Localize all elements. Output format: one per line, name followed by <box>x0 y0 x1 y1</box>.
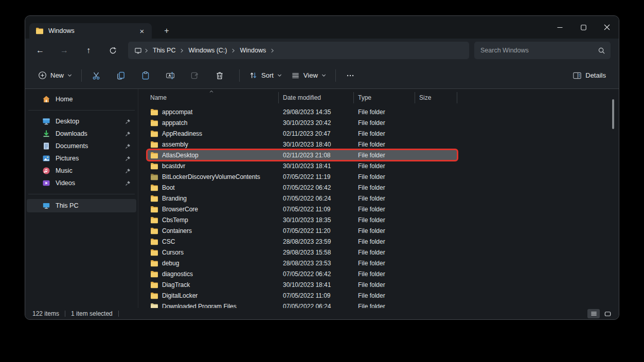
folder-icon <box>150 184 158 191</box>
new-tab-button[interactable]: + <box>160 25 173 37</box>
table-row-branding[interactable]: Branding07/05/2022 06:24File folder <box>147 193 457 204</box>
table-row-appcompat[interactable]: appcompat29/08/2023 14:35File folder <box>147 106 457 117</box>
file-type: File folder <box>354 141 415 148</box>
breadcrumb[interactable]: This PCWindows (C:)Windows <box>128 42 469 59</box>
file-type: File folder <box>354 195 415 202</box>
command-bar: New Sort View Details <box>25 62 619 89</box>
folder-icon <box>150 281 158 288</box>
table-row-bcastdvr[interactable]: bcastdvr30/10/2023 18:41File folder <box>147 160 457 171</box>
table-row-apppatch[interactable]: apppatch30/10/2023 20:42File folder <box>147 117 457 128</box>
table-row-atlasdesktop[interactable]: AtlasDesktop02/11/2023 21:08File folder <box>147 150 457 160</box>
downloads-icon <box>42 130 50 138</box>
file-name: apppatch <box>162 119 187 126</box>
sidebar-item-videos[interactable]: Videos <box>27 177 136 189</box>
more-options-button[interactable] <box>341 67 360 84</box>
column-header-date-modified[interactable]: Date modified <box>279 92 354 103</box>
table-row-diagtrack[interactable]: DiagTrack30/10/2023 18:41File folder <box>147 279 457 290</box>
item-count: 122 items <box>32 310 59 317</box>
sidebar-item-home[interactable]: Home <box>27 93 136 105</box>
sidebar-divider <box>28 194 135 194</box>
folder-icon <box>150 152 158 159</box>
details-pane-button[interactable]: Details <box>568 67 611 84</box>
paste-button[interactable] <box>136 67 155 84</box>
thumbnail-view-toggle[interactable] <box>601 309 614 318</box>
view-button[interactable]: View <box>287 67 331 84</box>
table-row-assembly[interactable]: assembly30/10/2023 18:40File folder <box>147 139 457 150</box>
pin-icon <box>124 168 131 174</box>
rename-button[interactable] <box>160 67 180 84</box>
minimize-button[interactable] <box>548 16 571 39</box>
table-row-boot[interactable]: Boot07/05/2022 06:42File folder <box>147 182 457 193</box>
file-type: File folder <box>354 206 415 213</box>
back-button[interactable]: ← <box>31 42 49 59</box>
sidebar-item-downloads[interactable]: Downloads <box>27 128 136 140</box>
sidebar-item-music[interactable]: Music <box>27 165 136 177</box>
maximize-button[interactable] <box>571 16 595 39</box>
details-view-toggle[interactable] <box>587 309 600 318</box>
new-button[interactable]: New <box>33 67 77 84</box>
folder-icon <box>150 260 158 267</box>
breadcrumb-item-windows-c-[interactable]: Windows (C:) <box>184 47 231 54</box>
tab-title: Windows <box>48 27 136 34</box>
chevron-right-icon <box>231 48 236 53</box>
table-row-bitlockerdiscoveryvolumecontents[interactable]: BitLockerDiscoveryVolumeContents07/05/20… <box>147 171 457 182</box>
search-icon[interactable] <box>598 47 605 55</box>
paste-icon <box>141 71 150 80</box>
date-modified: 07/05/2022 11:19 <box>279 173 354 180</box>
search-input[interactable] <box>480 47 598 54</box>
breadcrumb-item-windows[interactable]: Windows <box>236 47 270 54</box>
forward-button[interactable]: → <box>56 42 73 59</box>
close-button[interactable] <box>595 16 619 39</box>
table-row-cbstemp[interactable]: CbsTemp30/10/2023 18:35File folder <box>147 214 457 225</box>
table-row-appreadiness[interactable]: AppReadiness02/11/2023 20:47File folder <box>147 128 457 139</box>
sidebar: Home DesktopDownloadsDocumentsPicturesMu… <box>25 89 138 308</box>
status-bar: 122 items 1 item selected <box>25 308 619 319</box>
folder-icon <box>150 108 158 116</box>
up-button[interactable]: ↑ <box>80 42 97 59</box>
folder-icon <box>150 173 158 180</box>
tab-close-icon[interactable]: × <box>136 25 148 37</box>
refresh-icon <box>109 46 117 55</box>
sidebar-item-documents[interactable]: Documents <box>27 140 136 152</box>
file-type: File folder <box>354 260 415 267</box>
column-header-name[interactable]: Name <box>147 92 279 103</box>
file-name: BrowserCore <box>162 206 198 213</box>
column-header-size[interactable]: Size <box>415 92 457 103</box>
file-name: appcompat <box>162 108 192 116</box>
sidebar-item-pictures[interactable]: Pictures <box>27 152 136 165</box>
file-type: File folder <box>354 238 415 245</box>
folder-icon <box>150 206 158 213</box>
explorer-tab[interactable]: Windows × <box>29 23 152 39</box>
selection-count: 1 item selected <box>71 310 113 317</box>
table-row-browsercore[interactable]: BrowserCore07/05/2022 11:09File folder <box>147 204 457 214</box>
chevron-down-icon <box>277 73 282 78</box>
table-row-csc[interactable]: CSC28/08/2023 23:59File folder <box>147 236 457 247</box>
folder-icon <box>150 249 158 256</box>
sidebar-item-label: Pictures <box>56 155 119 162</box>
cut-button[interactable] <box>86 67 106 84</box>
file-list-panel: Name Date modified Type Size appcompat29… <box>139 89 619 308</box>
column-header-type[interactable]: Type <box>354 92 415 103</box>
date-modified: 07/05/2022 11:09 <box>279 292 354 299</box>
table-row-containers[interactable]: Containers07/05/2022 11:20File folder <box>147 225 457 236</box>
breadcrumb-item-this-pc[interactable]: This PC <box>149 47 180 54</box>
table-row-diagnostics[interactable]: diagnostics07/05/2022 06:42File folder <box>147 268 457 279</box>
file-name: Cursors <box>162 249 184 256</box>
sidebar-item-label: Downloads <box>56 130 119 137</box>
delete-icon <box>215 71 224 80</box>
share-button[interactable] <box>185 67 205 84</box>
table-row-debug[interactable]: debug28/08/2023 23:53File folder <box>147 258 457 268</box>
sidebar-item-label: Music <box>56 167 119 174</box>
delete-button[interactable] <box>210 67 229 84</box>
sort-button[interactable]: Sort <box>244 67 287 84</box>
copy-button[interactable] <box>111 67 131 84</box>
vertical-scrollbar[interactable] <box>612 99 614 129</box>
table-row-digitallocker[interactable]: DigitalLocker07/05/2022 11:09File folder <box>147 290 457 301</box>
file-name: Branding <box>162 195 187 202</box>
table-row-cursors[interactable]: Cursors29/08/2023 15:58File folder <box>147 247 457 258</box>
file-type: File folder <box>354 249 415 256</box>
column-headers: Name Date modified Type Size <box>147 92 457 103</box>
refresh-button[interactable] <box>104 42 121 59</box>
sidebar-item-this-pc[interactable]: This PC <box>27 199 136 212</box>
sidebar-item-desktop[interactable]: Desktop <box>27 115 136 128</box>
